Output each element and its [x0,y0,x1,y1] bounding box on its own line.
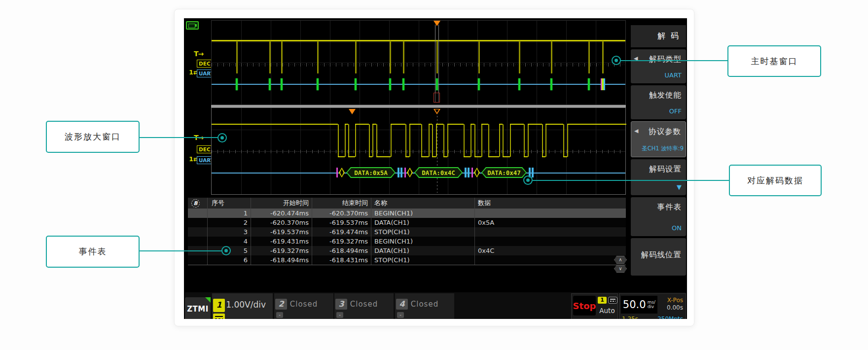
menu-item-5[interactable]: 事件表ON [631,197,686,236]
zoom-signal-edge [464,124,465,157]
menu-item-value: ON [672,224,682,232]
scroll-up-button[interactable]: ∧ [614,256,627,264]
decode-event-tick [478,78,480,90]
table-row[interactable]: 3-619.537ms-619.474msSTOP(CH1) [188,227,626,237]
zoom-signal-edge [481,124,482,157]
row-index-cell: 1 [208,209,251,218]
main-timebase-window[interactable] [211,20,626,105]
menu-item-2[interactable]: 触发使能OFF [631,85,686,119]
decode-frame-end-tick [601,78,605,90]
timebase-value: 50.0 [623,299,646,311]
main-signal-pulse [478,41,480,73]
submenu-arrow-icon: ◀ [634,128,638,134]
callout-marker-zoom-window [217,133,227,142]
zoom-signal-edge [409,124,410,157]
zoom-signal-edge [563,124,564,157]
callout-line-zoom-window [140,137,218,138]
zoom-signal-segment [348,156,355,157]
channel-state: Closed [334,300,394,309]
event-table: B序号开始时间结束时间名称数据1-620.474ms-620.370msBEGI… [188,198,626,265]
row-index-cell: 4 [208,237,251,246]
decode-data-label: DATA:0x4C [415,168,462,177]
menu-item-3[interactable]: ◀协议参数圣CH1 波特率:9 [631,121,686,157]
frame-end-bar [465,168,467,177]
zoom-signal-edge [348,124,349,157]
zoom-signal-edge [474,124,475,157]
decode-data-label: DATA:0x5A [347,168,395,177]
channel2-box[interactable]: 2-Closed---:- [274,293,333,319]
zoom-signal-edge [488,124,489,157]
decode-event-tick [389,78,391,90]
row-name-cell: DATA(CH1) [371,246,475,255]
trigger-level-value: 1.76V [597,317,615,319]
channel3-box[interactable]: 3-Closed---:- [334,293,394,319]
menu-item-value: OFF [669,107,682,115]
trigger-status-box: Stop 1 Auto T 1.76V Edge [571,293,618,319]
frame-start-diamond [339,168,345,177]
main-signal-pulse [236,41,238,73]
brand-logo: ZTMI [185,297,211,319]
channel4-box[interactable]: 4-Closed---:- [395,293,454,319]
callout-line-main-timebase [620,60,727,61]
zoom-signal-edge [355,124,356,157]
decode-menu: 解 码 ◀解码类型UART触发使能OFF◀协议参数圣CH1 波特率:9解码设置▼… [631,18,687,276]
memory-depth: 250Mpts [657,315,683,319]
decode-event-tick [518,78,520,90]
zoom-signal-edge [345,124,346,157]
table-row[interactable]: 6-618.494ms-618.431msSTOP(CH1) [188,255,626,265]
menu-item-4[interactable]: 解码设置▼ [631,159,686,195]
zoom-signal-edge [447,124,448,157]
table-row[interactable]: 5-619.327ms-618.494msDATA(CH1)0x4C [188,246,626,255]
zoom-signal-segment [429,124,432,125]
callout-decode-data: 对应解码数据 [729,165,822,196]
menu-item-6[interactable]: 解码线位置 [631,238,686,276]
capture-window: 1.25s [622,315,638,319]
channel-state: Closed [395,300,454,309]
row-data-cell [475,227,626,237]
table-row[interactable]: 1-620.474ms-620.370msBEGIN(CH1) [188,209,626,218]
frame-start-diamond [474,168,480,177]
channel1-box[interactable]: 1 BwL 1:1 1.00V/div -960mV [212,293,273,319]
status-bar: ZTMI 1 BwL 1:1 1.00V/div -960mV 2-Close [185,292,686,319]
zoom-signal-edge [524,124,525,157]
main-signal-pulse [317,41,319,73]
zoom-signal-segment [436,124,443,125]
zoom-signal-edge [432,124,433,157]
zoom-signal-edge [528,124,529,157]
zoom-signal-segment [474,156,481,157]
row-icon-cell [188,227,208,237]
menu-item-label: 协议参数 [649,127,681,137]
row-name-cell: DATA(CH1) [371,218,475,227]
table-row[interactable]: 2-620.370ms-619.537msDATA(CH1)0x5A [188,218,626,227]
zoom-signal-segment [470,124,474,125]
frame-start-bracket [404,168,406,177]
row-name-cell: BEGIN(CH1) [371,237,475,246]
zoom-signal-segment [369,156,372,157]
scroll-down-button[interactable]: ∨ [614,265,627,273]
decode-event-tick [269,78,271,90]
timebase-scale[interactable]: 50.0 ms/ div [621,296,657,314]
trigger-bus-icon [608,297,617,304]
menu-item-1[interactable]: ◀解码类型UART [631,49,686,83]
table-row[interactable]: 4-619.431ms-619.327msBEGIN(CH1) [188,237,626,246]
row-end-time-cell: -619.537ms [312,218,371,227]
frame-end-bar [468,168,470,177]
frame-start-diamond [407,168,413,177]
timebase-status-box: 50.0 ms/ div X-Pos 0.00s 1.25s 250Mpts N… [619,293,686,319]
trigger-marker-main: T→ [194,50,203,58]
callout-marker-event-table [221,246,231,255]
channel-coupling-badge: - [276,312,283,318]
run-state[interactable]: Stop [573,296,596,315]
bus-header-cell: B [188,198,208,209]
waveform-zoom-window[interactable]: DATA:0x5ADATA:0x4CDATA:0x47 [211,107,626,195]
main-signal-pulse [588,41,590,73]
header-cell: 序号 [208,198,251,209]
brand-logo-text: ZTMI [187,305,209,314]
zoom-signal-segment [499,124,503,125]
zoom-region-handle[interactable] [434,93,440,103]
decode-event-tick [550,78,552,90]
channel-coupling-badge: - [397,312,404,318]
menu-item-label: 解码线位置 [641,250,682,260]
trigger-t-label: T [574,317,578,319]
row-end-time-cell: -618.431ms [312,255,371,265]
